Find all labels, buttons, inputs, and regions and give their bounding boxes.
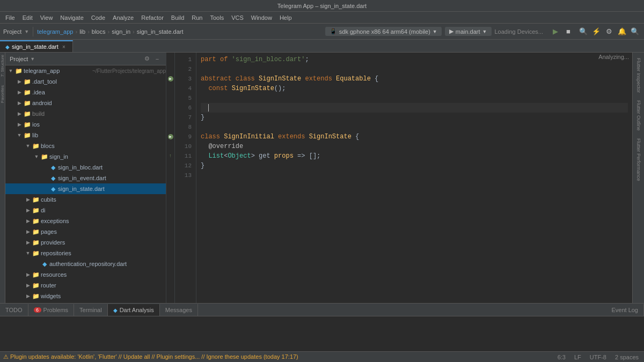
breadcrumb-project[interactable]: telegram_app <box>37 28 73 35</box>
tree-dart-tool[interactable]: ▶ 📁 .dart_tool <box>5 76 166 87</box>
coverage-btn[interactable]: 🔍 <box>577 26 589 38</box>
run-config-selector[interactable]: ▶ main.dart ▼ <box>445 27 492 36</box>
tree-pages[interactable]: ▶ 📁 pages <box>5 226 166 237</box>
menu-file[interactable]: File <box>2 13 18 22</box>
tab-sign-in-state[interactable]: ◆ sign_in_state.dart × <box>0 40 73 52</box>
menu-view[interactable]: View <box>37 13 56 22</box>
plain-arrow: => []; <box>294 151 320 161</box>
gutter-9[interactable]: ▶ <box>166 132 174 142</box>
tree-widgets[interactable]: ▶ 📁 widgets <box>5 291 166 301</box>
gutter-run-icon-3[interactable]: ▶ <box>168 76 173 82</box>
gutter-override-icon-11[interactable]: ↑ <box>169 153 172 159</box>
code-content[interactable]: part of 'sign_in_bloc.dart'; abstract cl… <box>196 53 632 303</box>
tree-blocs[interactable]: ▼ 📁 blocs <box>5 141 166 151</box>
menu-refactor[interactable]: Refactor <box>138 13 167 22</box>
tree-idea[interactable]: ▶ 📁 .idea <box>5 87 166 98</box>
status-lf[interactable]: LF <box>572 354 583 360</box>
kw-extends2: extends <box>278 132 309 142</box>
kw-part: part of <box>201 55 232 64</box>
tree-label: sign_in_state.dart <box>58 186 166 192</box>
profile-btn[interactable]: ⚡ <box>590 26 602 38</box>
status-warning[interactable]: ⚠ Plugin updates available: 'Kotlin', 'F… <box>3 353 298 360</box>
status-indent[interactable]: 2 spaces <box>613 354 641 360</box>
breadcrumb-lib[interactable]: lib <box>79 28 85 35</box>
breadcrumb-signin[interactable]: sign_in <box>112 28 130 35</box>
run-button[interactable]: ▶ <box>550 26 561 38</box>
device-selector[interactable]: 📱 sdk gphone x86 64 arm64 (mobile) ▼ <box>325 27 442 36</box>
rtab-flutter-inspector[interactable]: Flutter Inspector <box>635 55 642 96</box>
bottom-tab-terminal[interactable]: Terminal <box>74 304 108 316</box>
notification-btn[interactable]: 🔔 <box>616 26 628 38</box>
settings-btn[interactable]: ⚙ <box>603 26 615 38</box>
line-num-11: 11 <box>175 151 192 161</box>
tree-cubits[interactable]: ▶ 📁 cubits <box>5 194 166 205</box>
status-encoding[interactable]: UTF-8 <box>588 354 609 360</box>
plain-brace2: { <box>352 132 359 142</box>
menu-window[interactable]: Window <box>248 13 275 22</box>
project-dropdown-icon[interactable]: ▼ <box>24 29 29 34</box>
tree-build[interactable]: ▶ 📁 build <box>5 108 166 119</box>
dart-analysis-label: Dart Analysis <box>120 307 154 313</box>
tree-sign-in-state[interactable]: ▶ ◆ sign_in_state.dart <box>5 183 166 194</box>
plain-close-brace: } <box>201 113 204 122</box>
rtab-flutter-performance[interactable]: Flutter Performance <box>635 135 642 184</box>
fn-constructor: SignInState <box>232 84 274 93</box>
menu-tools[interactable]: Tools <box>207 13 227 22</box>
tree-providers[interactable]: ▶ 📁 providers <box>5 237 166 248</box>
tree-folder-icon: 📁 <box>32 249 40 257</box>
tree-root[interactable]: ▼ 📁 telegram_app ~/FlutterProjects/teleg… <box>5 65 166 76</box>
breadcrumb-blocs[interactable]: blocs <box>92 28 106 35</box>
plain-semi: ; <box>305 55 309 64</box>
tree-dart-icon: ◆ <box>49 174 57 182</box>
structure-label[interactable]: 7: Structure <box>0 53 5 79</box>
search-everywhere-btn[interactable]: 🔍 <box>629 26 641 38</box>
menu-edit[interactable]: Edit <box>19 13 36 22</box>
bottom-tab-problems[interactable]: 6 Problems <box>28 304 74 316</box>
tree-lib[interactable]: ▼ 📁 lib <box>5 130 166 141</box>
tree-sign-in[interactable]: ▼ 📁 sign_in <box>5 151 166 162</box>
menu-run[interactable]: Run <box>188 13 206 22</box>
tree-auth-repo[interactable]: ▶ ◆ authentication_repository.dart <box>5 258 166 269</box>
tree-exceptions[interactable]: ▶ 📁 exceptions <box>5 216 166 226</box>
tree-dart-icon: ◆ <box>49 164 57 171</box>
panel-gear-btn[interactable]: ⚙ <box>143 55 151 63</box>
bottom-tab-messages[interactable]: Messages <box>160 304 198 316</box>
menu-navigate[interactable]: Navigate <box>57 13 86 22</box>
tree-ios[interactable]: ▶ 📁 ios <box>5 119 166 130</box>
tree-sign-in-bloc[interactable]: ▶ ◆ sign_in_bloc.dart <box>5 162 166 173</box>
project-selector[interactable]: Project ▼ <box>3 28 29 35</box>
code-editor[interactable]: ▶ ▶ ↑ 1 2 3 <box>166 53 632 303</box>
bookmarks-label[interactable]: Favorites <box>0 83 5 105</box>
tree-router[interactable]: ▶ 📁 router <box>5 280 166 291</box>
tab-close-btn[interactable]: × <box>61 43 67 50</box>
code-line-7: } <box>201 113 628 122</box>
gutter-run-icon-9[interactable]: ▶ <box>168 134 173 139</box>
gutter-3[interactable]: ▶ <box>166 74 174 84</box>
menu-help[interactable]: Help <box>276 13 295 22</box>
menu-build[interactable]: Build <box>168 13 187 22</box>
gutter-11[interactable]: ↑ <box>166 151 174 161</box>
menu-code[interactable]: Code <box>88 13 108 22</box>
menu-vcs[interactable]: VCS <box>228 13 247 22</box>
gutter-12 <box>166 161 174 171</box>
tree-repositories[interactable]: ▼ 📁 repositories <box>5 248 166 258</box>
main-area: 7: Structure Favorites Project ▼ ⚙ − ▼ 📁… <box>0 53 644 303</box>
tree-android[interactable]: ▶ 📁 android <box>5 98 166 108</box>
bottom-tab-todo[interactable]: TODO <box>0 304 28 316</box>
breadcrumb-sep1: › <box>75 28 77 35</box>
code-line-6 <box>201 103 628 113</box>
rtab-flutter-outline[interactable]: Flutter Outline <box>635 97 642 134</box>
breadcrumb-file[interactable]: sign_in_state.dart <box>137 28 184 35</box>
menu-analyze[interactable]: Analyze <box>109 13 137 22</box>
tree-sign-in-event[interactable]: ▶ ◆ sign_in_event.dart <box>5 173 166 183</box>
bottom-tab-dart-analysis[interactable]: ◆ Dart Analysis <box>108 304 160 316</box>
panel-collapse-btn[interactable]: − <box>153 55 162 63</box>
tree-resources[interactable]: ▶ 📁 resources <box>5 269 166 280</box>
bottom-tab-event-log[interactable]: Event Log <box>606 304 644 316</box>
tree-di[interactable]: ▶ 📁 di <box>5 205 166 216</box>
status-position[interactable]: 6:3 <box>555 354 568 360</box>
stop-button[interactable]: ■ <box>562 26 574 38</box>
loading-text: Loading Devices... <box>495 28 544 35</box>
tree-label: blocs <box>41 143 166 149</box>
panel-dropdown-icon[interactable]: ▼ <box>30 56 35 62</box>
